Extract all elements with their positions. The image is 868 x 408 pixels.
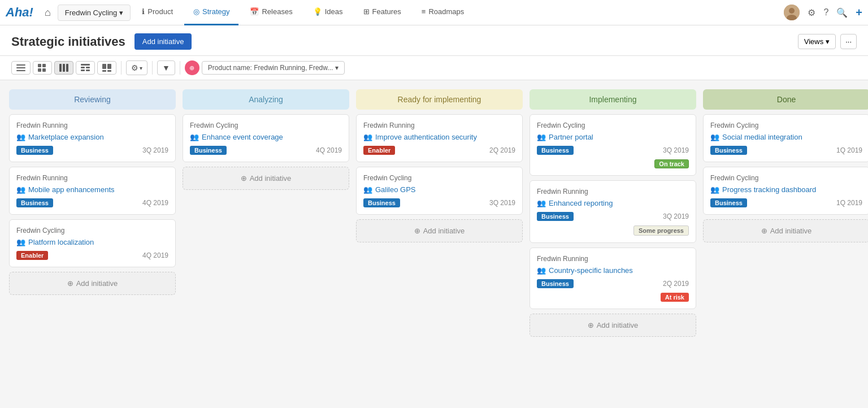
nav-right: ⚙ ? 🔍 + — [784, 5, 862, 20]
add-icon: ⊕ — [67, 279, 73, 288]
view-grid-button[interactable] — [33, 61, 52, 75]
column-ready: Ready for implementing Fredwin Running 👥… — [356, 89, 523, 387]
card-tag: Business — [537, 146, 574, 155]
card-title[interactable]: Galileo GPS — [375, 185, 416, 194]
column-implementing: Implementing Fredwin Cycling 👥 Partner p… — [530, 89, 696, 387]
column-header-analyzing: Analyzing — [183, 89, 349, 110]
view-list-button[interactable] — [11, 61, 31, 75]
card-date: 1Q 2019 — [836, 199, 862, 207]
tab-features[interactable]: ⊞ Features — [354, 0, 410, 25]
view-cards-button[interactable] — [97, 61, 116, 75]
card-workspace: Fredwin Cycling — [710, 174, 862, 182]
view-table-button[interactable] — [76, 61, 95, 75]
svg-rect-17 — [86, 70, 90, 71]
svg-rect-13 — [81, 64, 90, 66]
add-initiative-analyzing[interactable]: ⊕ Add initiative — [183, 167, 349, 190]
svg-rect-5 — [16, 70, 25, 71]
table-view-icon — [81, 64, 90, 72]
card-date: 4Q 2019 — [316, 146, 342, 154]
list-view-icon — [16, 64, 25, 72]
card-title[interactable]: Enhance event coverage — [202, 133, 283, 141]
ideas-nav-icon: 💡 — [313, 7, 322, 16]
features-nav-icon: ⊞ — [363, 7, 370, 16]
card-title[interactable]: Partner portal — [549, 133, 593, 141]
card-authentication: Fredwin Running 👥 Improve authentication… — [356, 114, 523, 162]
sub-header: Strategic initiatives Add initiative Vie… — [0, 25, 868, 56]
card-tag: Business — [537, 212, 574, 221]
help-icon[interactable]: ? — [823, 7, 828, 18]
card-platform-localization: Fredwin Cycling 👥 Platform localization … — [9, 219, 176, 267]
tab-roadmaps[interactable]: ≡ Roadmaps — [413, 0, 473, 25]
views-caret-icon: ▾ — [826, 37, 830, 46]
card-title[interactable]: Enhanced reporting — [549, 199, 613, 207]
initiative-icon: 👥 — [710, 185, 719, 194]
initiative-icon: 👥 — [537, 199, 546, 207]
top-nav: Aha! ⌂ Fredwin Cycling ▾ ℹ Product ◎ Str… — [0, 0, 868, 25]
card-title[interactable]: Marketplace expansion — [28, 133, 104, 141]
toolbar-divider — [121, 61, 121, 75]
views-button[interactable]: Views ▾ — [798, 34, 836, 49]
initiative-icon: 👥 — [16, 133, 25, 141]
card-date: 2Q 2019 — [489, 146, 515, 154]
card-title[interactable]: Progress tracking dashboard — [722, 185, 816, 194]
add-icon: ⊕ — [414, 227, 420, 235]
tab-strategy[interactable]: ◎ Strategy — [184, 0, 238, 25]
settings-button[interactable]: ⚙ ▾ — [126, 60, 147, 75]
filter-button[interactable]: ▼ — [157, 60, 175, 75]
add-icon[interactable]: + — [856, 6, 862, 19]
workspace-filter-button[interactable]: Product name: Fredwin Running, Fredw... … — [202, 61, 345, 75]
svg-rect-8 — [38, 68, 41, 72]
caret-down-icon: ▾ — [119, 8, 123, 17]
user-avatar[interactable] — [784, 5, 800, 20]
product-switcher[interactable]: Fredwin Cycling ▾ — [58, 5, 131, 21]
column-reviewing: Reviewing Fredwin Running 👥 Marketplace … — [9, 89, 176, 387]
search-icon[interactable]: 🔍 — [836, 7, 848, 18]
svg-rect-19 — [107, 64, 111, 69]
settings-icon[interactable]: ⚙ — [808, 7, 815, 18]
board: Reviewing Fredwin Running 👥 Marketplace … — [0, 80, 868, 396]
card-workspace: Fredwin Cycling — [16, 227, 168, 235]
svg-rect-21 — [107, 70, 111, 72]
logo[interactable]: Aha! — [6, 5, 33, 20]
initiative-icon: 👥 — [537, 133, 546, 141]
column-header-reviewing: Reviewing — [9, 89, 176, 110]
toolbar-divider-2 — [152, 61, 153, 75]
card-date: 3Q 2019 — [663, 146, 689, 154]
settings-caret-icon: ▾ — [140, 65, 142, 71]
card-title[interactable]: Country-specific launches — [549, 266, 633, 275]
home-button[interactable]: ⌂ — [40, 5, 55, 21]
tab-releases[interactable]: 📅 Releases — [241, 0, 301, 25]
card-date: 2Q 2019 — [663, 280, 689, 288]
card-title[interactable]: Improve authentication security — [375, 133, 477, 141]
add-initiative-button[interactable]: Add initiative — [134, 33, 192, 50]
view-board-button[interactable] — [54, 61, 73, 75]
card-tag: Business — [710, 146, 747, 155]
svg-rect-9 — [42, 68, 46, 72]
card-galileo: Fredwin Cycling 👥 Galileo GPS Business 3… — [356, 167, 523, 215]
workspace-icon-button[interactable]: ⊕ — [185, 60, 199, 75]
svg-rect-16 — [81, 70, 85, 71]
more-options-button[interactable]: ··· — [840, 34, 857, 49]
card-workspace: Fredwin Running — [16, 121, 168, 129]
add-initiative-done[interactable]: ⊕ Add initiative — [703, 219, 868, 242]
gear-icon: ⚙ — [131, 63, 138, 72]
svg-rect-14 — [81, 67, 85, 68]
add-initiative-implementing[interactable]: ⊕ Add initiative — [530, 314, 696, 337]
tab-ideas[interactable]: 💡 Ideas — [304, 0, 352, 25]
add-initiative-ready[interactable]: ⊕ Add initiative — [356, 219, 523, 242]
add-icon: ⊕ — [241, 174, 247, 183]
card-title[interactable]: Social medial integration — [722, 133, 802, 141]
card-enhance-event: Fredwin Cycling 👥 Enhance event coverage… — [183, 114, 349, 162]
card-title[interactable]: Mobile app enhancements — [28, 185, 115, 194]
add-initiative-reviewing[interactable]: ⊕ Add initiative — [9, 272, 176, 295]
svg-rect-12 — [66, 64, 68, 72]
svg-rect-3 — [16, 64, 25, 66]
board-view-icon — [59, 64, 68, 72]
card-date: 4Q 2019 — [142, 251, 168, 259]
status-badge: At risk — [661, 293, 689, 302]
roadmaps-nav-icon: ≡ — [422, 7, 426, 16]
card-workspace: Fredwin Cycling — [363, 174, 515, 182]
card-title[interactable]: Platform localization — [28, 238, 94, 246]
product-nav-icon: ℹ — [142, 7, 145, 16]
tab-product[interactable]: ℹ Product — [133, 0, 182, 25]
